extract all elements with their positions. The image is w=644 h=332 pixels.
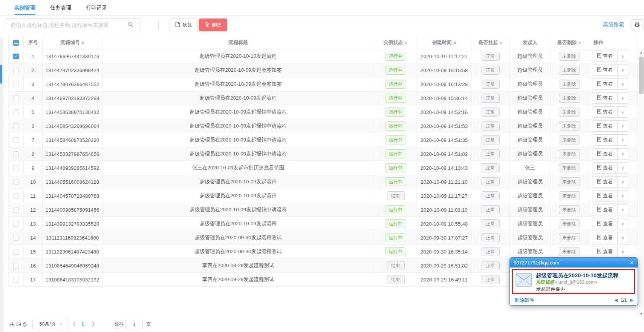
prev-page-button[interactable]: ❮: [72, 321, 76, 327]
cell-title: 超级管理员在2020-10-09发起报销申请流程: [102, 105, 374, 119]
row-checkbox[interactable]: [13, 151, 19, 157]
view-button[interactable]: 查看: [592, 93, 617, 103]
suspended-badge: 正常: [482, 233, 500, 242]
popup-titlebar[interactable]: 907271791@qq.com ✕: [510, 258, 638, 267]
row-checkbox[interactable]: [13, 123, 19, 129]
column-settings-button[interactable]: ⚙: [632, 19, 642, 30]
view-button[interactable]: 查看: [592, 51, 617, 61]
view-button[interactable]: 查看: [592, 218, 617, 229]
view-button[interactable]: 查看: [592, 232, 617, 243]
filter-deleted-icon[interactable]: ∨: [578, 41, 582, 45]
current-page[interactable]: 1: [81, 321, 84, 327]
row-checkbox[interactable]: [13, 179, 19, 185]
status-badge: 结束: [387, 261, 405, 270]
view-button[interactable]: 查看: [592, 177, 617, 187]
row-checkbox[interactable]: [13, 109, 19, 115]
view-button[interactable]: 查看: [592, 121, 617, 131]
cell-initiator: 超级管理员: [510, 245, 551, 259]
more-actions-button[interactable]: ∨: [617, 51, 628, 61]
row-checkbox[interactable]: [13, 68, 19, 73]
row-checkbox[interactable]: [13, 95, 19, 101]
row-checkbox[interactable]: [13, 249, 19, 255]
row-checkbox[interactable]: [13, 81, 19, 87]
sort-process-no-icon[interactable]: [81, 41, 84, 45]
more-actions-button[interactable]: ∨: [617, 232, 628, 243]
row-checkbox[interactable]: [13, 207, 19, 213]
page-size-select[interactable]: 50条/页 ∨: [32, 319, 69, 329]
more-actions-button[interactable]: ∨: [617, 135, 628, 145]
view-button[interactable]: 查看: [592, 149, 617, 159]
more-actions-button[interactable]: ∨: [617, 191, 628, 201]
tab-instance-management[interactable]: 实例管理: [14, 0, 35, 15]
deleted-badge: 未删除: [559, 247, 580, 256]
cell-seq: 16: [24, 259, 43, 273]
row-checkbox[interactable]: [13, 263, 19, 269]
close-icon[interactable]: ✕: [630, 260, 634, 266]
filter-status-icon[interactable]: ∨: [404, 41, 408, 45]
view-button[interactable]: 查看: [592, 246, 617, 257]
view-label: 查看: [603, 234, 613, 241]
select-all-checkbox[interactable]: ▬: [13, 40, 19, 46]
scroll-down-icon[interactable]: ▼: [638, 310, 644, 317]
sender-label: 系统邮箱: [536, 280, 555, 285]
mail-alert-box[interactable]: 超级管理员在2020-10-10发起流程 系统邮箱<junxi_ji@163.c…: [512, 269, 635, 294]
filter-suspended-icon[interactable]: ∨: [499, 41, 503, 45]
cell-created: 2020-10-09 11:21:10: [417, 175, 471, 189]
view-button[interactable]: 查看: [592, 163, 617, 173]
more-actions-button[interactable]: ∨: [617, 246, 628, 257]
status-badge: 运行中: [385, 121, 406, 131]
cell-initiator: 超级管理员: [510, 77, 551, 91]
search-button[interactable]: [122, 18, 139, 31]
row-checkbox[interactable]: [13, 193, 19, 199]
scroll-up-icon[interactable]: ▲: [638, 49, 644, 55]
row-checkbox[interactable]: [13, 165, 19, 171]
view-label: 查看: [603, 137, 613, 143]
goto-page-input[interactable]: [125, 319, 143, 329]
header-action: 操作: [588, 36, 638, 49]
view-button[interactable]: 查看: [592, 65, 617, 75]
tab-print-records[interactable]: 打印记录: [86, 0, 107, 15]
view-split-button: 查看 ∨: [592, 120, 628, 132]
row-checkbox[interactable]: [13, 221, 19, 227]
vertical-scrollbar[interactable]: ▲ ▼: [638, 49, 644, 317]
row-checkbox[interactable]: [13, 235, 19, 241]
view-document-icon: [597, 53, 601, 59]
more-actions-button[interactable]: ∨: [617, 163, 628, 173]
more-actions-button[interactable]: ∨: [617, 177, 628, 187]
more-actions-button[interactable]: ∨: [617, 204, 628, 215]
left-scroll-indicator[interactable]: [0, 65, 2, 84]
view-document-icon: [597, 95, 601, 101]
search-input[interactable]: [6, 18, 122, 31]
tab-task-management[interactable]: 任务管理: [50, 0, 71, 15]
restore-button[interactable]: 恢复: [170, 18, 198, 31]
pager-next-icon[interactable]: ▶: [630, 298, 633, 303]
view-button[interactable]: 查看: [592, 135, 617, 145]
table-row: 7 1314458468878520320 超级管理员在2020-10-09发起…: [9, 133, 638, 147]
deleted-badge: 未删除: [559, 149, 580, 158]
delete-button[interactable]: 删除: [199, 18, 227, 31]
view-button[interactable]: 查看: [592, 107, 617, 117]
more-actions-button[interactable]: ∨: [617, 149, 628, 159]
row-checkbox[interactable]: ✓: [13, 54, 19, 59]
sort-created-icon[interactable]: [453, 41, 456, 45]
more-actions-button[interactable]: ∨: [617, 218, 628, 229]
pager-prev-icon[interactable]: ◀: [614, 298, 617, 303]
scrollbar-thumb[interactable]: [639, 57, 644, 94]
more-actions-button[interactable]: ∨: [617, 107, 628, 117]
cell-seq: 14: [24, 231, 43, 245]
cell-seq: 5: [24, 105, 43, 119]
delete-mail-link[interactable]: 删除邮件: [514, 297, 534, 304]
row-checkbox[interactable]: [13, 277, 19, 283]
more-actions-button[interactable]: ∨: [617, 121, 628, 131]
table-row: 5 1314458638970130432 超级管理员在2020-10-09发起…: [9, 105, 638, 119]
view-button[interactable]: 查看: [592, 191, 617, 201]
next-page-button[interactable]: ❯: [91, 321, 95, 327]
advanced-search-link[interactable]: 高级搜索: [603, 22, 624, 28]
more-actions-button[interactable]: ∨: [617, 65, 628, 75]
more-actions-button[interactable]: ∨: [617, 93, 628, 103]
table-body: ✓ 1 1314766967441330176 超级管理员在2020-10-10…: [9, 49, 638, 287]
view-button[interactable]: 查看: [592, 204, 617, 215]
row-checkbox[interactable]: [13, 137, 19, 143]
more-actions-button[interactable]: ∨: [617, 79, 628, 89]
view-button[interactable]: 查看: [592, 79, 617, 89]
